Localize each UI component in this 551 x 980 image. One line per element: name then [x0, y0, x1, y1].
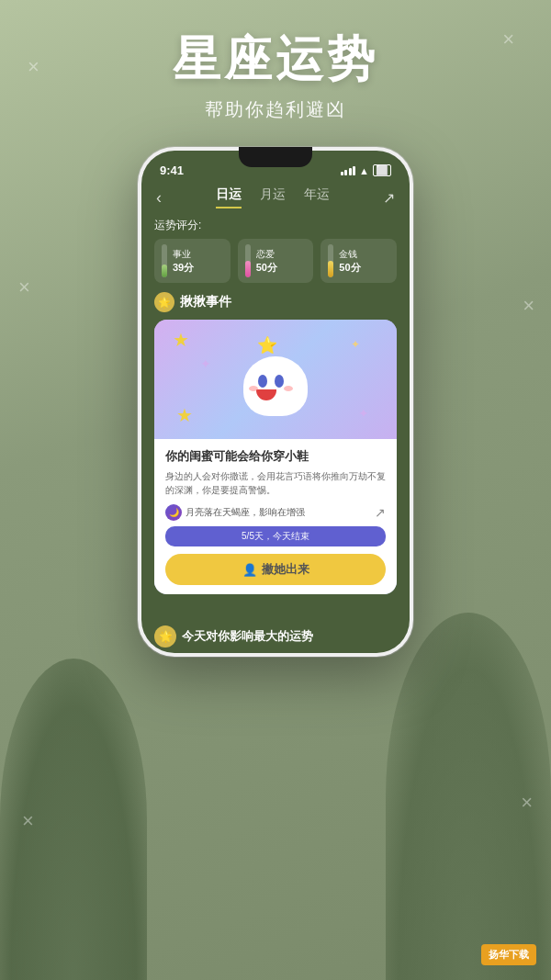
bottom-section: 🌟 今天对你影响最大的运势 — [141, 616, 410, 653]
lucky-icon: 🌟 — [154, 292, 174, 312]
tab-daily[interactable]: 日运 — [216, 186, 242, 208]
watermark: 扬华下载 — [481, 944, 536, 965]
ghost-eye-left — [258, 375, 267, 388]
ghost-body — [243, 356, 308, 416]
score-section: 运势评分: 事业 39分 — [154, 218, 397, 283]
score-title: 运势评分: — [154, 218, 397, 233]
love-info: 恋爱 50分 — [256, 248, 277, 275]
nav-tabs: ‹ 日运 月运 年运 ↗ — [141, 181, 410, 218]
phone-screen: 9:41 ▲ ⬜ ‹ 日运 月运 年运 — [141, 151, 410, 653]
star-sm-1: ✦ — [351, 338, 360, 351]
back-button[interactable]: ‹ — [156, 188, 162, 208]
event-headline: 你的闺蜜可能会给你穿小鞋 — [165, 448, 386, 465]
career-bar-fill — [162, 265, 167, 277]
moon-icon: 🌙 — [165, 504, 182, 521]
event-share-icon[interactable]: ↗ — [375, 505, 386, 520]
bottom-label: 今天对你影响最大的运势 — [182, 628, 313, 645]
career-bar — [162, 244, 167, 277]
battery-icon: ⬜ — [373, 164, 391, 176]
money-value: 50分 — [339, 261, 360, 275]
money-bar — [328, 244, 333, 277]
bar-1 — [341, 172, 343, 175]
love-value: 50分 — [256, 261, 277, 275]
action-icon: 👤 — [242, 563, 257, 577]
ghost-eye-right — [275, 375, 284, 388]
lavender-star-1: ✦ — [358, 406, 369, 421]
event-description: 身边的人会对你撒谎，会用花言巧语将你推向万劫不复的深渊，你是要提高警惕。 — [165, 469, 386, 497]
status-time: 9:41 — [160, 163, 184, 177]
event-image: ★ ★ ✦ ✦ ✦ ⭐ — [154, 320, 397, 439]
wifi-icon: ▲ — [359, 165, 369, 176]
star-big-1: ★ — [173, 329, 189, 351]
bar-4 — [353, 166, 355, 175]
money-label: 金钱 — [339, 248, 360, 261]
ghost-flower: ⭐ — [257, 335, 277, 355]
money-bar-fill — [328, 261, 333, 277]
x-mark-5: × — [22, 809, 34, 833]
bottom-icon: 🌟 — [154, 625, 176, 648]
love-bar — [245, 244, 251, 277]
signal-bars — [341, 166, 356, 175]
x-mark-3: × — [18, 276, 30, 299]
header-title: 星座运势 — [0, 28, 551, 92]
career-value: 39分 — [173, 261, 194, 275]
ghost-blush-right — [284, 386, 293, 391]
tab-monthly[interactable]: 月运 — [260, 186, 286, 208]
x-mark-4: × — [523, 294, 534, 318]
score-love: 恋爱 50分 — [238, 239, 314, 283]
action-button[interactable]: 👤 撇她出来 — [165, 554, 386, 585]
ghost-blush-left — [249, 386, 258, 391]
lavender-star-2: ✦ — [200, 356, 211, 371]
header-subtitle: 帮助你趋利避凶 — [0, 97, 551, 122]
share-button[interactable]: ↗ — [383, 189, 395, 207]
event-body: 你的闺蜜可能会给你穿小鞋 身边的人会对你撒谎，会用花言巧语将你推向万劫不复的深渊… — [154, 439, 397, 594]
progress-bar: 5/5天，今天结束 — [165, 526, 386, 546]
watermark-label: 扬华下载 — [489, 949, 529, 960]
phone-notch — [239, 147, 312, 167]
action-label: 撇她出来 — [262, 561, 309, 578]
career-info: 事业 39分 — [173, 248, 194, 275]
score-career: 事业 39分 — [154, 239, 231, 283]
bar-2 — [344, 170, 347, 175]
money-info: 金钱 50分 — [339, 248, 360, 275]
event-meta: 🌙 月亮落在天蝎座，影响在增强 ↗ — [165, 504, 386, 521]
phone-body: 9:41 ▲ ⬜ ‹ 日运 月运 年运 — [138, 147, 413, 657]
bar-3 — [349, 168, 352, 175]
love-label: 恋爱 — [256, 248, 277, 261]
moon-tag: 🌙 月亮落在天蝎座，影响在增强 — [165, 504, 305, 521]
tabs-container: 日运 月运 年运 — [216, 186, 330, 208]
lucky-label: 揪揪事件 — [180, 294, 231, 310]
lucky-section-title: 🌟 揪揪事件 — [154, 292, 397, 312]
score-bars: 事业 39分 恋爱 50分 — [154, 239, 397, 283]
tab-yearly[interactable]: 年运 — [304, 186, 330, 208]
ghost-mouth — [256, 389, 276, 400]
event-card: ★ ★ ✦ ✦ ✦ ⭐ — [154, 320, 397, 594]
x-mark-6: × — [521, 791, 533, 815]
content-area: 运势评分: 事业 39分 — [141, 218, 410, 616]
header-section: 星座运势 帮助你趋利避凶 — [0, 28, 551, 122]
status-icons: ▲ ⬜ — [341, 164, 391, 176]
ghost-character: ⭐ — [239, 343, 312, 416]
phone-mockup: 9:41 ▲ ⬜ ‹ 日运 月运 年运 — [138, 147, 413, 657]
love-bar-fill — [245, 261, 251, 277]
moon-text: 月亮落在天蝎座，影响在增强 — [186, 506, 305, 519]
career-label: 事业 — [173, 248, 194, 261]
progress-text: 5/5天，今天结束 — [242, 531, 309, 541]
score-money: 金钱 50分 — [320, 239, 397, 283]
star-big-2: ★ — [176, 404, 193, 426]
